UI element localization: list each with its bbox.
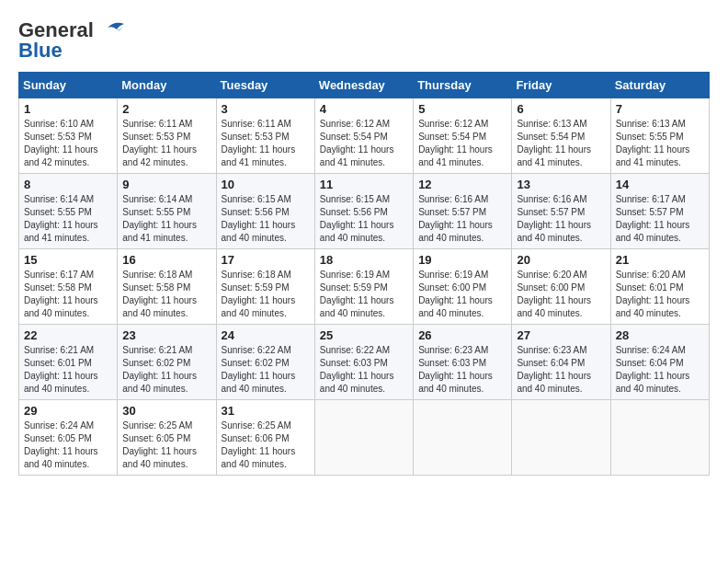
calendar-week-row: 15 Sunrise: 6:17 AM Sunset: 5:58 PM Dayl… [19, 249, 710, 325]
day-number: 12 [418, 178, 506, 191]
calendar-body: 1 Sunrise: 6:10 AM Sunset: 5:53 PM Dayli… [19, 98, 710, 476]
day-info: Sunrise: 6:20 AM Sunset: 6:00 PM Dayligh… [517, 269, 605, 320]
calendar-week-row: 1 Sunrise: 6:10 AM Sunset: 5:53 PM Dayli… [19, 98, 710, 174]
day-info: Sunrise: 6:14 AM Sunset: 5:55 PM Dayligh… [24, 193, 112, 245]
day-info: Sunrise: 6:11 AM Sunset: 5:53 PM Dayligh… [222, 118, 310, 169]
day-info: Sunrise: 6:12 AM Sunset: 5:54 PM Dayligh… [418, 118, 506, 169]
day-number: 22 [24, 328, 112, 342]
calendar-cell: 22 Sunrise: 6:21 AM Sunset: 6:01 PM Dayl… [19, 325, 118, 400]
calendar-cell: 25 Sunrise: 6:22 AM Sunset: 6:03 PM Dayl… [314, 325, 413, 400]
day-info: Sunrise: 6:15 AM Sunset: 5:56 PM Dayligh… [320, 193, 408, 245]
day-number: 15 [24, 253, 112, 267]
day-number: 21 [616, 253, 704, 267]
calendar-cell: 11 Sunrise: 6:15 AM Sunset: 5:56 PM Dayl… [314, 174, 413, 249]
calendar-cell: 19 Sunrise: 6:19 AM Sunset: 6:00 PM Dayl… [414, 249, 512, 325]
day-info: Sunrise: 6:25 AM Sunset: 6:05 PM Dayligh… [122, 419, 210, 471]
day-info: Sunrise: 6:19 AM Sunset: 6:00 PM Dayligh… [418, 269, 506, 320]
logo: General Blue [18, 18, 126, 63]
weekday-header: Thursday [414, 73, 512, 98]
calendar-week-row: 29 Sunrise: 6:24 AM Sunset: 6:05 PM Dayl… [19, 400, 710, 476]
calendar-table: SundayMondayTuesdayWednesdayThursdayFrid… [18, 72, 710, 476]
calendar-cell: 21 Sunrise: 6:20 AM Sunset: 6:01 PM Dayl… [610, 249, 709, 325]
day-number: 9 [122, 178, 210, 191]
calendar-cell: 24 Sunrise: 6:22 AM Sunset: 6:02 PM Dayl… [216, 325, 314, 400]
day-info: Sunrise: 6:16 AM Sunset: 5:57 PM Dayligh… [418, 193, 506, 245]
calendar-cell: 2 Sunrise: 6:11 AM Sunset: 5:53 PM Dayli… [118, 98, 216, 174]
calendar-cell: 29 Sunrise: 6:24 AM Sunset: 6:05 PM Dayl… [19, 400, 118, 476]
day-number: 1 [24, 102, 112, 116]
calendar-cell [610, 400, 709, 476]
calendar-cell: 10 Sunrise: 6:15 AM Sunset: 5:56 PM Dayl… [216, 174, 314, 249]
day-info: Sunrise: 6:22 AM Sunset: 6:02 PM Dayligh… [222, 344, 310, 396]
calendar-cell: 16 Sunrise: 6:18 AM Sunset: 5:58 PM Dayl… [118, 249, 216, 325]
weekday-header: Sunday [19, 73, 118, 98]
calendar-cell [512, 400, 610, 476]
calendar-cell: 4 Sunrise: 6:12 AM Sunset: 5:54 PM Dayli… [314, 98, 413, 174]
day-info: Sunrise: 6:23 AM Sunset: 6:04 PM Dayligh… [517, 344, 605, 396]
calendar-cell: 14 Sunrise: 6:17 AM Sunset: 5:57 PM Dayl… [610, 174, 709, 249]
day-number: 23 [122, 328, 210, 342]
calendar-cell: 9 Sunrise: 6:14 AM Sunset: 5:55 PM Dayli… [118, 174, 216, 249]
calendar-cell [414, 400, 512, 476]
day-info: Sunrise: 6:18 AM Sunset: 5:59 PM Dayligh… [222, 269, 310, 320]
day-number: 24 [222, 328, 310, 342]
day-info: Sunrise: 6:11 AM Sunset: 5:53 PM Dayligh… [122, 118, 210, 169]
day-info: Sunrise: 6:22 AM Sunset: 6:03 PM Dayligh… [320, 344, 408, 396]
calendar-cell: 17 Sunrise: 6:18 AM Sunset: 5:59 PM Dayl… [216, 249, 314, 325]
day-info: Sunrise: 6:18 AM Sunset: 5:58 PM Dayligh… [122, 269, 210, 320]
day-info: Sunrise: 6:21 AM Sunset: 6:02 PM Dayligh… [122, 344, 210, 396]
day-number: 30 [122, 404, 210, 418]
day-number: 11 [320, 178, 408, 191]
weekday-header: Wednesday [314, 73, 413, 98]
day-info: Sunrise: 6:24 AM Sunset: 6:05 PM Dayligh… [24, 419, 112, 471]
calendar-cell: 5 Sunrise: 6:12 AM Sunset: 5:54 PM Dayli… [414, 98, 512, 174]
day-info: Sunrise: 6:25 AM Sunset: 6:06 PM Dayligh… [222, 419, 310, 471]
day-info: Sunrise: 6:13 AM Sunset: 5:55 PM Dayligh… [616, 118, 704, 169]
calendar-cell: 1 Sunrise: 6:10 AM Sunset: 5:53 PM Dayli… [19, 98, 118, 174]
day-number: 13 [517, 178, 605, 191]
calendar-cell: 7 Sunrise: 6:13 AM Sunset: 5:55 PM Dayli… [610, 98, 709, 174]
day-number: 7 [616, 102, 704, 116]
calendar-cell: 30 Sunrise: 6:25 AM Sunset: 6:05 PM Dayl… [118, 400, 216, 476]
calendar-cell: 15 Sunrise: 6:17 AM Sunset: 5:58 PM Dayl… [19, 249, 118, 325]
calendar-cell: 23 Sunrise: 6:21 AM Sunset: 6:02 PM Dayl… [118, 325, 216, 400]
day-info: Sunrise: 6:21 AM Sunset: 6:01 PM Dayligh… [24, 344, 112, 396]
day-info: Sunrise: 6:10 AM Sunset: 5:53 PM Dayligh… [24, 118, 112, 169]
weekday-header: Tuesday [216, 73, 314, 98]
day-info: Sunrise: 6:13 AM Sunset: 5:54 PM Dayligh… [517, 118, 605, 169]
day-number: 18 [320, 253, 408, 267]
day-number: 14 [616, 178, 704, 191]
day-info: Sunrise: 6:20 AM Sunset: 6:01 PM Dayligh… [616, 269, 704, 320]
calendar-cell: 6 Sunrise: 6:13 AM Sunset: 5:54 PM Dayli… [512, 98, 610, 174]
weekday-header: Monday [118, 73, 216, 98]
logo-blue: Blue [18, 39, 63, 63]
day-info: Sunrise: 6:17 AM Sunset: 5:58 PM Dayligh… [24, 269, 112, 320]
day-info: Sunrise: 6:24 AM Sunset: 6:04 PM Dayligh… [616, 344, 704, 396]
day-number: 17 [222, 253, 310, 267]
day-info: Sunrise: 6:17 AM Sunset: 5:57 PM Dayligh… [616, 193, 704, 245]
calendar-week-row: 8 Sunrise: 6:14 AM Sunset: 5:55 PM Dayli… [19, 174, 710, 249]
calendar-cell: 31 Sunrise: 6:25 AM Sunset: 6:06 PM Dayl… [216, 400, 314, 476]
day-info: Sunrise: 6:14 AM Sunset: 5:55 PM Dayligh… [122, 193, 210, 245]
day-number: 26 [418, 328, 506, 342]
day-info: Sunrise: 6:15 AM Sunset: 5:56 PM Dayligh… [222, 193, 310, 245]
calendar-header-row: SundayMondayTuesdayWednesdayThursdayFrid… [19, 73, 710, 98]
day-number: 5 [418, 102, 506, 116]
day-number: 19 [418, 253, 506, 267]
calendar-cell: 13 Sunrise: 6:16 AM Sunset: 5:57 PM Dayl… [512, 174, 610, 249]
day-number: 28 [616, 328, 704, 342]
weekday-header: Friday [512, 73, 610, 98]
calendar-cell: 18 Sunrise: 6:19 AM Sunset: 5:59 PM Dayl… [314, 249, 413, 325]
calendar-cell: 28 Sunrise: 6:24 AM Sunset: 6:04 PM Dayl… [610, 325, 709, 400]
day-number: 25 [320, 328, 408, 342]
logo-bird-icon [98, 20, 126, 40]
day-number: 6 [517, 102, 605, 116]
calendar-week-row: 22 Sunrise: 6:21 AM Sunset: 6:01 PM Dayl… [19, 325, 710, 400]
day-number: 4 [320, 102, 408, 116]
calendar-cell: 8 Sunrise: 6:14 AM Sunset: 5:55 PM Dayli… [19, 174, 118, 249]
day-info: Sunrise: 6:23 AM Sunset: 6:03 PM Dayligh… [418, 344, 506, 396]
page-header: General Blue [18, 18, 710, 63]
day-info: Sunrise: 6:16 AM Sunset: 5:57 PM Dayligh… [517, 193, 605, 245]
day-number: 31 [222, 404, 310, 418]
day-number: 27 [517, 328, 605, 342]
